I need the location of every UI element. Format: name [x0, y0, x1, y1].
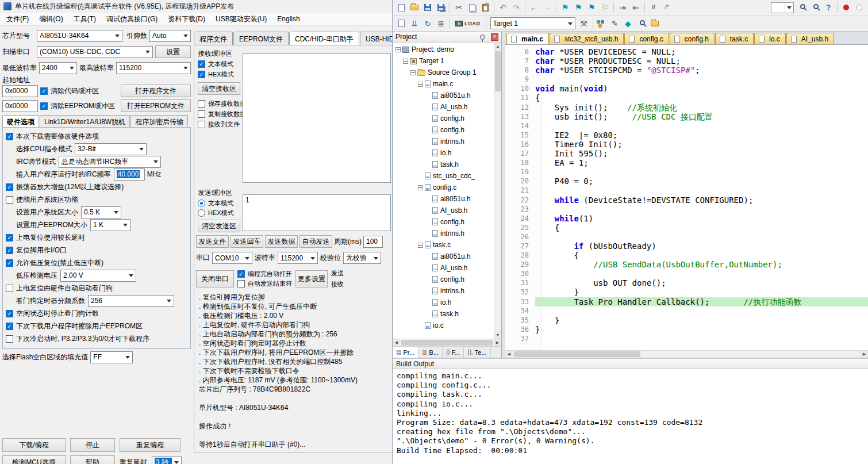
file-extensions-icon[interactable]: ✎: [609, 17, 621, 30]
paste-icon[interactable]: [479, 1, 491, 14]
editor-tab[interactable]: config.h: [670, 33, 715, 44]
tree-expander-icon[interactable]: [418, 243, 423, 248]
serial-port-select[interactable]: (COM10) USB-CDC, CDC: [37, 46, 153, 58]
find-combo[interactable]: [771, 2, 794, 13]
tree-item[interactable]: Target 1: [393, 55, 494, 67]
navigate-forward-icon[interactable]: →: [541, 1, 554, 14]
help-search-icon[interactable]: ?: [822, 1, 835, 14]
hw-option-checkbox[interactable]: ✓空闲状态时停止看门狗计数: [6, 309, 99, 319]
menu-item[interactable]: English: [272, 13, 305, 25]
tree-item[interactable]: main.c: [393, 78, 494, 90]
close-icon[interactable]: [491, 33, 498, 41]
save-icon[interactable]: [421, 1, 434, 14]
menu-item[interactable]: USB驱动安装(U): [210, 12, 272, 26]
books-folder-icon[interactable]: [648, 17, 661, 30]
help-button[interactable]: 帮助: [70, 455, 115, 464]
tree-item[interactable]: Source Group 1: [393, 67, 494, 78]
parity-select[interactable]: 无校验: [343, 252, 381, 264]
tree-item[interactable]: task.h: [393, 159, 494, 170]
send-file-button[interactable]: 发送文件: [196, 235, 229, 248]
assistant-tab[interactable]: USB-HID助手: [360, 32, 392, 45]
auto-end-checkbox[interactable]: 自动发送结束符: [237, 279, 292, 288]
assistant-tab[interactable]: 程序文件: [194, 32, 233, 45]
tree-item[interactable]: config.h: [393, 274, 494, 285]
insert-breakpoint-icon[interactable]: [840, 1, 852, 14]
tree-item[interactable]: ai8051u.h: [393, 193, 494, 205]
assistant-port-select[interactable]: COM10: [212, 252, 252, 264]
clear-eeprom-buffer-checkbox[interactable]: ✓清除EEPROM缓冲区: [40, 101, 118, 111]
more-settings-button[interactable]: 更多设置: [295, 270, 328, 287]
batch-build-icon[interactable]: ≣: [435, 17, 447, 30]
hw-option-select[interactable]: 2.00 V: [60, 270, 136, 282]
flash-fill-select[interactable]: FF: [90, 351, 133, 363]
period-input[interactable]: 100: [363, 236, 383, 248]
uncomment-icon[interactable]: /*: [660, 1, 673, 14]
copy-icon[interactable]: [466, 1, 478, 14]
tree-item[interactable]: stc_usb_cdc_: [393, 170, 494, 182]
reprogram-button[interactable]: 重复编程: [120, 438, 180, 452]
receive-buffer-textarea[interactable]: [243, 53, 391, 183]
editor-tab[interactable]: config.c: [624, 33, 669, 44]
tree-expander-icon[interactable]: [410, 70, 416, 75]
undo-icon[interactable]: ↶: [497, 1, 509, 14]
hw-option-checkbox[interactable]: 上电复位由硬件自动启动看门狗: [6, 283, 113, 293]
tree-expander-icon[interactable]: [395, 47, 401, 52]
menu-item[interactable]: 工具(T): [68, 12, 101, 26]
tree-item[interactable]: config.h: [393, 124, 494, 136]
recv-text-mode-checkbox[interactable]: ✓文本模式: [198, 60, 233, 68]
hw-option-checkbox[interactable]: ✓下次下载用户程序时擦除用户EEPROM区: [6, 321, 143, 331]
dock-tab[interactable]: ▤Pr...: [393, 347, 418, 358]
hw-option-select[interactable]: 1 K: [90, 219, 130, 231]
scroll-right-icon[interactable]: [861, 351, 868, 358]
scroll-right-icon[interactable]: [494, 339, 501, 346]
send-buffer-textarea[interactable]: 1: [243, 194, 391, 231]
indent-icon[interactable]: ⇥: [616, 1, 629, 14]
outdent-icon[interactable]: ⇤: [629, 1, 642, 14]
scrollbar-thumb[interactable]: [495, 51, 501, 91]
option-tab[interactable]: 硬件选项: [2, 115, 39, 128]
redo-icon[interactable]: ↷: [510, 1, 523, 14]
navigate-back-icon[interactable]: ←: [528, 1, 540, 14]
clear-bookmarks-icon[interactable]: ⚐: [598, 1, 611, 14]
tree-item[interactable]: AI_usb.h: [393, 205, 494, 216]
tree-item[interactable]: intrins.h: [393, 136, 494, 147]
hw-option-checkbox[interactable]: 下次冷启动时, P3.2/P3.3为0/0才可下载程序: [6, 334, 149, 344]
flash-download-button[interactable]: LOAD: [452, 21, 483, 26]
scroll-down-icon[interactable]: [494, 331, 501, 339]
pin-count-select[interactable]: Auto: [149, 30, 191, 42]
comment-icon[interactable]: //: [647, 1, 660, 14]
check-mcu-options-button[interactable]: 检测MCU选项: [2, 455, 66, 464]
menu-item[interactable]: 资料下载(D): [163, 12, 210, 26]
send-text-mode-radio[interactable]: 文本模式: [198, 199, 233, 208]
dock-tab[interactable]: {},Te...: [464, 347, 490, 358]
rebuild-icon[interactable]: ↻: [421, 17, 434, 30]
open-folder-icon[interactable]: [408, 1, 421, 14]
translate-icon[interactable]: [395, 17, 408, 30]
open-program-file-button[interactable]: 打开程序文件: [121, 85, 191, 97]
editor-tab[interactable]: task.c: [715, 33, 754, 44]
tree-item[interactable]: io.h: [393, 297, 494, 308]
repeat-delay-select[interactable]: 3 秒: [152, 457, 182, 464]
close-port-button[interactable]: 关闭串口: [196, 270, 234, 287]
option-tab[interactable]: 程序加密后传输: [130, 115, 188, 128]
tree-item[interactable]: intrins.h: [393, 285, 494, 297]
tree-item[interactable]: io.h: [393, 147, 494, 159]
min-baud-select[interactable]: 2400: [39, 62, 77, 74]
tree-item[interactable]: Project: demo: [393, 44, 494, 55]
port-settings-button[interactable]: 设置: [155, 45, 191, 58]
menu-item[interactable]: 调试仿真接口(G): [101, 12, 163, 26]
hw-option-checkbox[interactable]: ✓振荡器放大增益(12M以上建议选择): [6, 182, 124, 192]
options-target-icon[interactable]: ⚒: [578, 17, 590, 30]
tree-item[interactable]: io.c: [393, 320, 494, 331]
hw-option-checkbox[interactable]: 使能用户系统区功能: [6, 195, 78, 205]
stop-button[interactable]: 停止: [70, 438, 115, 452]
save-receive-checkbox[interactable]: 保存接收数据: [198, 99, 246, 108]
code-start-address-input[interactable]: 0x0000: [2, 85, 38, 97]
eeprom-start-address-input[interactable]: 0x0000: [2, 100, 38, 112]
scroll-up-icon[interactable]: [494, 43, 501, 50]
send-data-button[interactable]: 发送数据: [265, 235, 298, 248]
scroll-left-icon[interactable]: [393, 339, 400, 346]
hw-option-checkbox[interactable]: ✓本次下载需要修改硬件选项: [6, 132, 99, 141]
irc-frequency-input[interactable]: 40.000: [114, 168, 145, 181]
tree-item[interactable]: AI_usb.h: [393, 262, 494, 274]
